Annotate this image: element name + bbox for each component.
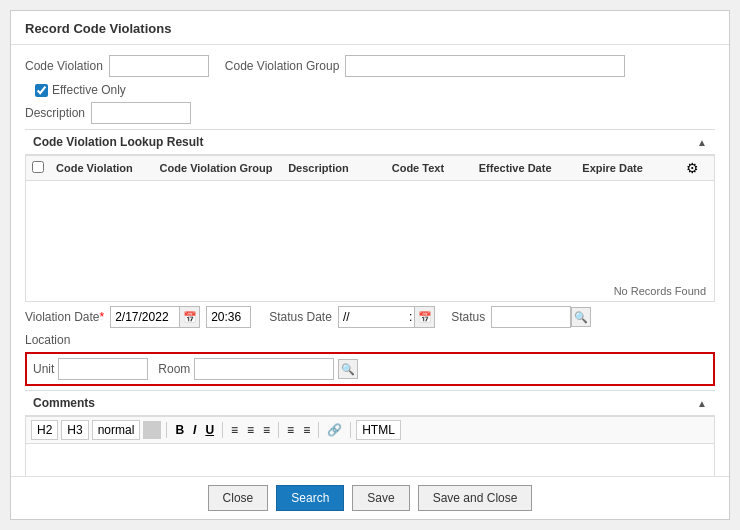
align-left-button[interactable]: ≡ [228, 422, 241, 438]
normal-button[interactable]: normal [92, 420, 141, 440]
separator-4 [318, 422, 319, 438]
code-violation-group-label: Code Violation Group [225, 59, 340, 73]
separator-3 [278, 422, 279, 438]
violation-date-label: Violation Date [25, 310, 104, 324]
h2-button[interactable]: H2 [31, 420, 58, 440]
violation-date-input[interactable] [111, 307, 179, 327]
no-records-text: No Records Found [614, 285, 706, 297]
ordered-list-button[interactable]: ≡ [284, 422, 297, 438]
select-all-checkbox[interactable] [32, 161, 44, 173]
save-and-close-button[interactable]: Save and Close [418, 485, 533, 511]
separator-5 [350, 422, 351, 438]
effective-only-checkbox[interactable] [35, 84, 48, 97]
color-box[interactable] [143, 421, 161, 439]
table-header-row: Code Violation Code Violation Group Desc… [26, 156, 714, 181]
h3-button[interactable]: H3 [61, 420, 88, 440]
close-button[interactable]: Close [208, 485, 269, 511]
violation-date-row: Violation Date 📅 Status Date : 📅 Status … [25, 306, 715, 328]
col-expire-date: Expire Date [582, 162, 682, 174]
dialog-footer: Close Search Save Save and Close [11, 476, 729, 519]
unit-input[interactable] [58, 358, 148, 380]
search-button[interactable]: Search [276, 485, 344, 511]
comments-section: Comments H2 H3 normal B I U ≡ ≡ ≡ ≡ ≡ [25, 390, 715, 476]
violation-time-input[interactable] [206, 306, 251, 328]
col-code-text: Code Text [392, 162, 475, 174]
code-violation-label: Code Violation [25, 59, 103, 73]
room-search-icon[interactable]: 🔍 [338, 359, 358, 379]
status-date-input[interactable] [339, 307, 407, 327]
unit-label: Unit [33, 362, 54, 376]
location-label: Location [25, 333, 70, 347]
status-date-calendar-icon[interactable]: 📅 [414, 307, 434, 327]
bold-button[interactable]: B [172, 422, 187, 438]
room-label: Room [158, 362, 190, 376]
separator-2 [222, 422, 223, 438]
separator-1 [166, 422, 167, 438]
table-body: No Records Found [26, 181, 714, 301]
header-checkbox-col [32, 161, 52, 176]
col-code-violation-group: Code Violation Group [160, 162, 285, 174]
status-search-icon[interactable]: 🔍 [571, 307, 591, 327]
save-button[interactable]: Save [352, 485, 409, 511]
underline-button[interactable]: U [202, 422, 217, 438]
effective-only-label: Effective Only [52, 83, 126, 97]
dialog-body: Code Violation Code Violation Group Effe… [11, 45, 729, 476]
status-label: Status [451, 310, 485, 324]
record-code-violations-dialog: Record Code Violations Code Violation Co… [10, 10, 730, 520]
comments-title: Comments [33, 396, 95, 410]
comments-toolbar: H2 H3 normal B I U ≡ ≡ ≡ ≡ ≡ 🔗 HTML [25, 416, 715, 444]
status-input[interactable] [491, 306, 571, 328]
dialog-title: Record Code Violations [11, 11, 729, 45]
comments-editor[interactable] [25, 444, 715, 476]
top-form-row: Code Violation Code Violation Group Effe… [25, 55, 715, 97]
code-violation-input[interactable] [109, 55, 209, 77]
lookup-title: Code Violation Lookup Result [33, 135, 203, 149]
unit-room-box: Unit Room 🔍 [25, 352, 715, 386]
location-row: Location [25, 333, 715, 347]
lookup-section-header[interactable]: Code Violation Lookup Result [25, 129, 715, 155]
effective-only-row: Effective Only [35, 83, 126, 97]
col-effective-date: Effective Date [479, 162, 579, 174]
align-right-button[interactable]: ≡ [260, 422, 273, 438]
status-date-label: Status Date [269, 310, 332, 324]
link-button[interactable]: 🔗 [324, 422, 345, 438]
lookup-collapse-icon[interactable] [697, 135, 707, 149]
status-input-wrap: 🔍 [491, 306, 591, 328]
description-input[interactable] [91, 102, 191, 124]
col-code-violation: Code Violation [56, 162, 156, 174]
col-description: Description [288, 162, 388, 174]
comments-section-header[interactable]: Comments [25, 390, 715, 416]
violation-date-input-wrap: 📅 [110, 306, 200, 328]
lookup-table: Code Violation Code Violation Group Desc… [25, 155, 715, 302]
align-center-button[interactable]: ≡ [244, 422, 257, 438]
html-button[interactable]: HTML [356, 420, 401, 440]
code-violation-group-input[interactable] [345, 55, 625, 77]
description-label: Description [25, 106, 85, 120]
status-date-input-wrap: : 📅 [338, 306, 435, 328]
col-settings-icon[interactable]: ⚙ [686, 160, 708, 176]
violation-date-calendar-icon[interactable]: 📅 [179, 307, 199, 327]
status-date-colon: : [407, 310, 414, 324]
unordered-list-button[interactable]: ≡ [300, 422, 313, 438]
room-input[interactable] [194, 358, 334, 380]
description-row: Description [25, 102, 715, 124]
comments-collapse-icon[interactable] [697, 396, 707, 410]
italic-button[interactable]: I [190, 422, 199, 438]
